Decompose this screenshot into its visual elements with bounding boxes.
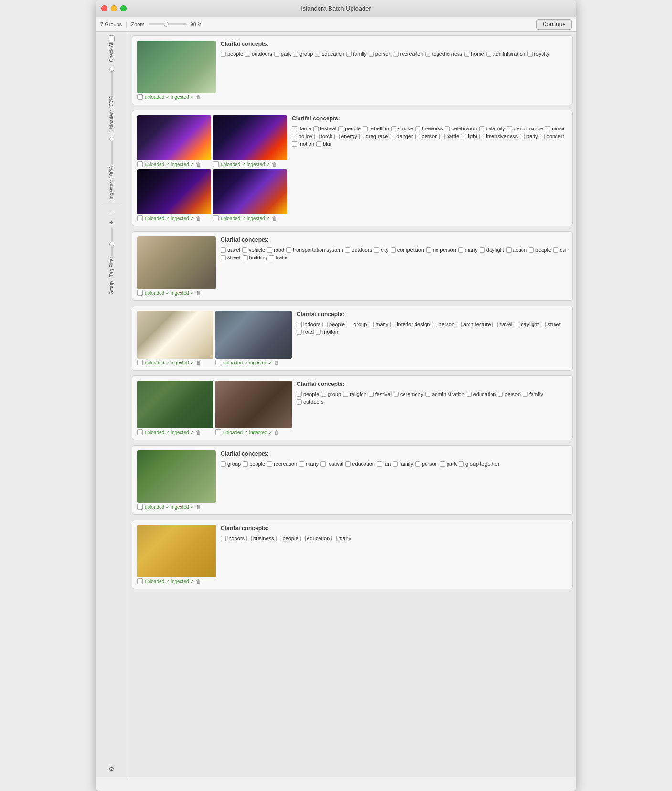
- concept-checkbox[interactable]: [432, 322, 437, 327]
- image-checkbox[interactable]: [137, 161, 143, 167]
- delete-icon[interactable]: 🗑: [274, 360, 279, 365]
- concept-tag[interactable]: torch: [314, 133, 332, 139]
- concept-tag[interactable]: travel: [221, 247, 240, 253]
- concept-checkbox[interactable]: [346, 52, 352, 57]
- concept-checkbox[interactable]: [553, 247, 558, 253]
- concept-checkbox[interactable]: [374, 247, 379, 253]
- ingested-slider[interactable]: [111, 137, 113, 165]
- concept-tag[interactable]: blur: [316, 141, 331, 147]
- concept-tag[interactable]: people: [322, 321, 345, 327]
- concept-checkbox[interactable]: [461, 134, 466, 139]
- concept-checkbox[interactable]: [334, 134, 340, 139]
- concept-checkbox[interactable]: [369, 392, 374, 397]
- concept-checkbox[interactable]: [529, 247, 534, 253]
- concept-checkbox[interactable]: [523, 392, 528, 397]
- concept-tag[interactable]: education: [467, 391, 496, 397]
- concept-checkbox[interactable]: [391, 247, 396, 253]
- concept-checkbox[interactable]: [314, 134, 320, 139]
- concept-checkbox[interactable]: [221, 461, 226, 467]
- concept-tag[interactable]: action: [506, 247, 527, 253]
- image-thumbnail[interactable]: [137, 450, 216, 503]
- concept-checkbox[interactable]: [315, 52, 320, 57]
- concept-tag[interactable]: flame: [292, 126, 311, 131]
- minimize-button[interactable]: [111, 5, 117, 11]
- concept-tag[interactable]: education: [315, 51, 344, 57]
- delete-icon[interactable]: 🗑: [196, 290, 201, 296]
- concept-checkbox[interactable]: [297, 399, 302, 405]
- concept-checkbox[interactable]: [267, 247, 272, 253]
- concept-checkbox[interactable]: [394, 392, 399, 397]
- concept-tag[interactable]: festival: [369, 391, 392, 397]
- concept-checkbox[interactable]: [391, 126, 396, 131]
- concept-tag[interactable]: daylight: [514, 321, 539, 327]
- concept-checkbox[interactable]: [343, 392, 348, 397]
- concept-tag[interactable]: fireworks: [415, 126, 443, 131]
- concept-tag[interactable]: administration: [425, 391, 464, 397]
- concept-checkbox[interactable]: [221, 247, 226, 253]
- concept-checkbox[interactable]: [506, 247, 512, 253]
- image-checkbox[interactable]: [137, 290, 143, 296]
- concept-checkbox[interactable]: [492, 322, 498, 327]
- image-thumbnail[interactable]: [137, 169, 211, 214]
- image-thumbnail[interactable]: [137, 41, 216, 93]
- concept-checkbox[interactable]: [293, 52, 298, 57]
- concept-checkbox[interactable]: [377, 461, 382, 467]
- image-thumbnail[interactable]: [137, 381, 213, 428]
- concept-checkbox[interactable]: [313, 126, 319, 131]
- concept-tag[interactable]: road: [297, 329, 314, 335]
- concept-checkbox[interactable]: [297, 322, 302, 327]
- concept-tag[interactable]: vehicle: [242, 247, 265, 253]
- concept-checkbox[interactable]: [242, 247, 247, 253]
- concept-checkbox[interactable]: [507, 126, 512, 131]
- concept-checkbox[interactable]: [464, 52, 469, 57]
- uploaded-slider[interactable]: [111, 67, 113, 96]
- concept-tag[interactable]: city: [374, 247, 389, 253]
- concept-tag[interactable]: road: [267, 247, 284, 253]
- image-thumbnail[interactable]: [137, 115, 211, 160]
- concept-tag[interactable]: outdoors: [245, 51, 272, 57]
- image-checkbox[interactable]: [213, 215, 219, 221]
- concept-checkbox[interactable]: [331, 536, 337, 541]
- concept-tag[interactable]: administration: [486, 51, 525, 57]
- concept-tag[interactable]: person: [498, 391, 521, 397]
- concept-tag[interactable]: outdoors: [297, 399, 324, 405]
- concept-checkbox[interactable]: [415, 126, 420, 131]
- delete-icon[interactable]: 🗑: [272, 161, 277, 167]
- concept-tag[interactable]: smoke: [391, 126, 413, 131]
- delete-icon[interactable]: 🗑: [274, 429, 279, 435]
- concept-tag[interactable]: architecture: [457, 321, 491, 327]
- concept-checkbox[interactable]: [316, 141, 321, 147]
- concept-tag[interactable]: people: [243, 461, 265, 467]
- concept-tag[interactable]: calamity: [479, 126, 505, 131]
- maximize-button[interactable]: [120, 5, 127, 11]
- concept-checkbox[interactable]: [394, 52, 399, 57]
- concept-checkbox[interactable]: [480, 247, 485, 253]
- zoom-slider[interactable]: [149, 23, 187, 25]
- delete-icon[interactable]: 🗑: [196, 161, 201, 167]
- concept-tag[interactable]: recreation: [394, 51, 424, 57]
- concept-checkbox[interactable]: [498, 392, 503, 397]
- concept-checkbox[interactable]: [300, 536, 306, 541]
- delete-icon[interactable]: 🗑: [196, 360, 201, 365]
- concept-checkbox[interactable]: [276, 536, 281, 541]
- concept-checkbox[interactable]: [540, 134, 545, 139]
- concept-tag[interactable]: travel: [492, 321, 512, 327]
- concept-checkbox[interactable]: [390, 134, 395, 139]
- concept-tag[interactable]: rebellion: [363, 126, 389, 131]
- image-checkbox[interactable]: [137, 360, 143, 365]
- image-checkbox[interactable]: [137, 504, 143, 510]
- close-button[interactable]: [101, 5, 107, 11]
- concept-checkbox[interactable]: [274, 52, 279, 57]
- image-checkbox[interactable]: [137, 429, 143, 435]
- concept-checkbox[interactable]: [269, 255, 274, 260]
- concept-tag[interactable]: group: [321, 391, 341, 397]
- delete-icon[interactable]: 🗑: [196, 578, 201, 584]
- concept-tag[interactable]: people: [276, 535, 299, 541]
- concept-checkbox[interactable]: [425, 392, 430, 397]
- concept-tag[interactable]: interior design: [390, 321, 430, 327]
- image-checkbox[interactable]: [137, 578, 143, 584]
- concept-checkbox[interactable]: [316, 330, 321, 335]
- image-checkbox[interactable]: [137, 94, 143, 100]
- concept-tag[interactable]: battle: [439, 133, 459, 139]
- concept-tag[interactable]: group: [221, 461, 241, 467]
